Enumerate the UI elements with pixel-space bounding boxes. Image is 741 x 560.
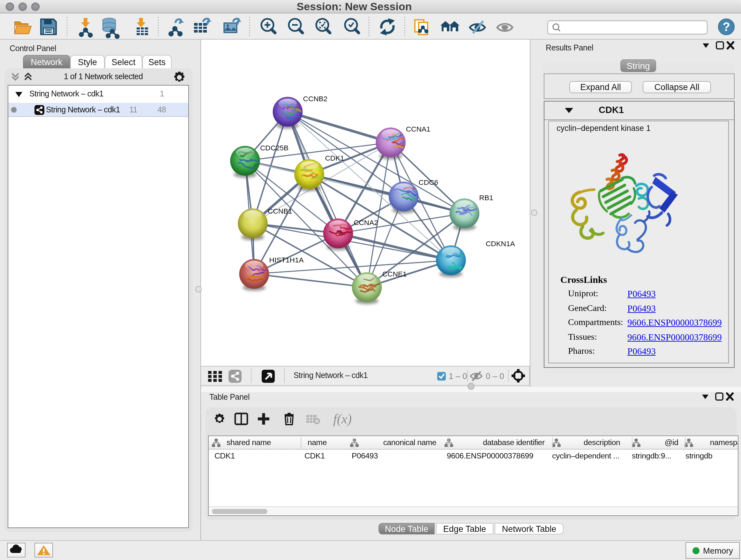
svg-text:CCNE1: CCNE1 <box>382 270 407 278</box>
svg-text:CDC25B: CDC25B <box>260 144 288 152</box>
svg-text:CCNA2: CCNA2 <box>354 219 378 227</box>
svg-text:1 – 0: 1 – 0 <box>449 371 467 381</box>
svg-text:CCNB2: CCNB2 <box>303 95 328 103</box>
svg-text:CDC6: CDC6 <box>419 179 439 186</box>
svg-text:CDKN1A: CDKN1A <box>486 240 515 248</box>
svg-text:CCNA1: CCNA1 <box>406 125 430 133</box>
svg-text:0 – 0: 0 – 0 <box>486 371 504 381</box>
svg-text:HIST1H1A: HIST1H1A <box>269 256 304 264</box>
svg-text:CCNB1: CCNB1 <box>268 207 292 215</box>
svg-text:CDK1: CDK1 <box>325 154 344 162</box>
svg-text:RB1: RB1 <box>479 194 493 202</box>
svg-text:f(x): f(x) <box>333 411 352 426</box>
svg-text:?: ? <box>723 20 730 34</box>
